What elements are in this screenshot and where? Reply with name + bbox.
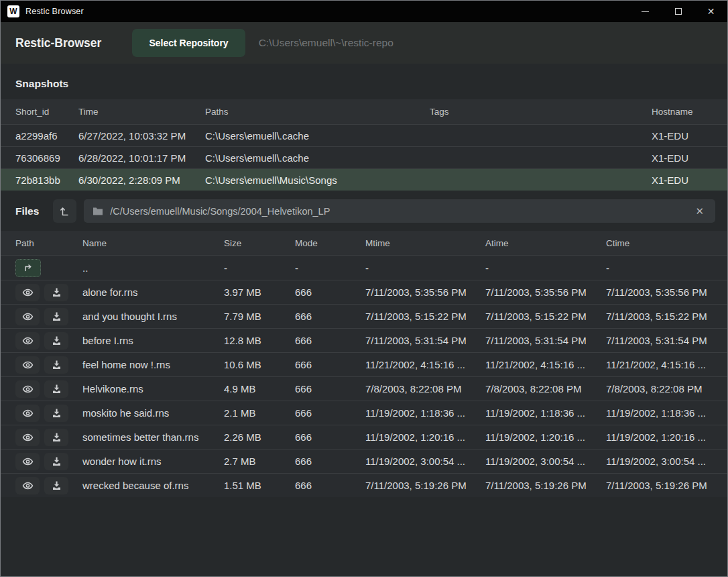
snapshot-time: 6/27/2022, 10:03:32 PM [78, 130, 205, 142]
snapshot-time: 6/30/2022, 2:28:09 PM [78, 174, 205, 186]
file-ctime: - [606, 262, 727, 274]
files-bar: Files /C/Users/emuell/Music/Songs/2004_H… [1, 192, 727, 230]
minimize-button[interactable] [629, 1, 662, 22]
file-row: before I.rns 12.8 MB 666 7/11/2003, 5:31… [1, 328, 727, 352]
app-icon-letter: W [9, 7, 17, 16]
snapshot-row-selected[interactable]: 72b813bb 6/30/2022, 2:28:09 PM C:\Users\… [1, 168, 727, 191]
snapshot-short-id: 76306869 [15, 152, 78, 164]
preview-file-button[interactable] [15, 429, 40, 446]
file-row: alone for.rns 3.97 MB 666 7/11/2003, 5:3… [1, 280, 727, 304]
preview-file-button[interactable] [15, 380, 40, 398]
snapshot-paths: C:\Users\emuell\.cache [205, 130, 430, 142]
files-table: Path Name Size Mode Mtime Atime Ctime ..… [1, 230, 727, 497]
file-ctime: 7/11/2003, 5:31:54 PM [606, 335, 727, 346]
download-file-button[interactable] [44, 429, 68, 446]
file-mtime: 7/11/2003, 5:31:54 PM [365, 335, 485, 346]
snapshots-table: Short_id Time Paths Tags Hostname a2299a… [1, 99, 727, 191]
close-button[interactable]: ✕ [694, 1, 727, 22]
maximize-button[interactable] [662, 1, 694, 22]
download-file-button[interactable] [44, 356, 68, 374]
download-file-button[interactable] [44, 284, 68, 301]
snapshot-paths: C:\Users\emuell\.cache [205, 152, 430, 164]
file-row: Helvikone.rns 4.9 MB 666 7/8/2003, 8:22:… [1, 376, 727, 401]
download-file-button[interactable] [44, 332, 68, 350]
go-up-directory-button[interactable] [15, 259, 41, 277]
up-to-root-icon [59, 205, 70, 217]
file-ctime: 7/8/2003, 8:22:08 PM [606, 383, 727, 395]
file-mode: 666 [295, 431, 365, 443]
snapshot-row[interactable]: 76306869 6/28/2022, 10:01:17 PM C:\Users… [1, 146, 727, 168]
preview-file-button[interactable] [15, 284, 40, 301]
download-icon [52, 408, 62, 418]
file-name: moskito he said.rns [82, 407, 224, 419]
file-atime: 11/19/2002, 3:00:54 ... [485, 456, 606, 467]
files-table-header: Path Name Size Mode Mtime Atime Ctime [1, 231, 727, 255]
file-mtime: - [365, 262, 485, 274]
snapshot-hostname: X1-EDU [652, 174, 727, 186]
file-size: 1.51 MB [224, 480, 295, 491]
app-header: Restic-Browser Select Repository C:\User… [1, 22, 727, 64]
preview-file-button[interactable] [15, 308, 40, 325]
preview-file-button[interactable] [15, 453, 40, 470]
file-mode: 666 [295, 480, 365, 491]
select-repository-button[interactable]: Select Repository [132, 29, 245, 57]
eye-icon [22, 433, 34, 442]
col-time: Time [78, 107, 205, 117]
snapshots-section-title: Snapshots [1, 64, 727, 99]
download-file-button[interactable] [44, 405, 68, 422]
file-name: alone for.rns [82, 286, 224, 298]
file-atime: 11/21/2002, 4:15:16 ... [485, 359, 606, 370]
file-size: 10.6 MB [224, 359, 295, 370]
file-ctime: 7/11/2003, 5:35:56 PM [606, 286, 727, 298]
file-size: 7.79 MB [224, 311, 295, 322]
file-mtime: 7/8/2003, 8:22:08 PM [365, 383, 485, 395]
file-row: feel home now !.rns 10.6 MB 666 11/21/20… [1, 352, 727, 376]
download-icon [52, 335, 62, 346]
file-size: 4.9 MB [224, 383, 295, 395]
download-file-button[interactable] [44, 380, 68, 398]
eye-icon [22, 336, 34, 346]
file-atime: 11/19/2002, 1:20:16 ... [485, 431, 606, 443]
file-mtime: 11/19/2002, 1:20:16 ... [365, 431, 485, 443]
file-mode: 666 [295, 335, 365, 346]
file-atime: - [485, 262, 606, 274]
file-mode: - [295, 262, 365, 274]
download-file-button[interactable] [44, 453, 68, 470]
file-mode: 666 [295, 286, 365, 298]
file-name: feel home now !.rns [82, 359, 224, 370]
go-to-root-button[interactable] [53, 199, 76, 223]
file-size: - [224, 262, 295, 274]
col-paths: Paths [205, 107, 430, 117]
file-mode: 666 [295, 407, 365, 419]
col-mtime: Mtime [365, 238, 485, 248]
file-ctime: 11/19/2002, 1:18:36 ... [606, 407, 727, 419]
col-atime: Atime [485, 238, 606, 248]
download-file-button[interactable] [44, 308, 68, 325]
snapshot-hostname: X1-EDU [652, 152, 727, 164]
preview-file-button[interactable] [15, 332, 40, 350]
file-mtime: 7/11/2003, 5:19:26 PM [365, 480, 485, 491]
file-mtime: 11/19/2002, 3:00:54 ... [365, 456, 485, 467]
snapshot-row[interactable]: a2299af6 6/27/2022, 10:03:32 PM C:\Users… [1, 124, 727, 146]
file-mtime: 7/11/2003, 5:15:22 PM [365, 311, 485, 322]
window-controls: ✕ [629, 1, 727, 22]
repository-path: C:\Users\emuell\~\restic-repo [259, 37, 393, 49]
col-ctime: Ctime [606, 238, 727, 248]
maximize-icon [675, 8, 682, 15]
download-icon [52, 432, 62, 442]
file-ctime: 7/11/2003, 5:19:26 PM [606, 480, 727, 491]
clear-path-button[interactable]: ✕ [692, 204, 707, 219]
window-title: Restic Browser [25, 7, 84, 16]
parent-directory-row: .. - - - - - [1, 255, 727, 280]
preview-file-button[interactable] [15, 477, 40, 494]
download-file-button[interactable] [44, 477, 68, 494]
file-ctime: 11/21/2002, 4:15:16 ... [606, 359, 727, 370]
file-row: wrecked because of.rns 1.51 MB 666 7/11/… [1, 473, 727, 497]
download-icon [52, 480, 62, 490]
file-size: 3.97 MB [224, 286, 295, 298]
file-name: .. [82, 262, 224, 274]
file-mode: 666 [295, 383, 365, 395]
breadcrumb[interactable]: /C/Users/emuell/Music/Songs/2004_Helveti… [84, 199, 715, 223]
preview-file-button[interactable] [15, 356, 40, 374]
preview-file-button[interactable] [15, 405, 40, 422]
